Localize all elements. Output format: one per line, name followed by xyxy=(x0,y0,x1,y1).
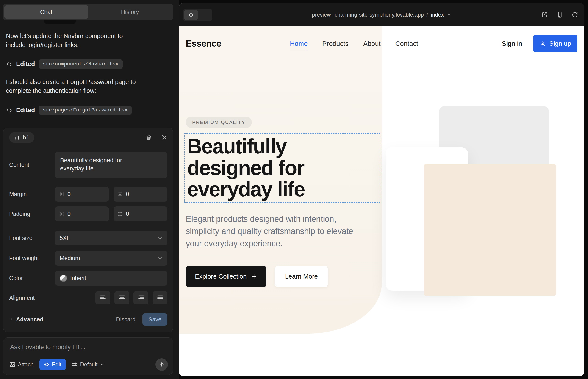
nav-link-contact[interactable]: Contact xyxy=(395,40,418,47)
chat-message: Now let's update the Navbar component to… xyxy=(6,32,144,49)
margin-x-input[interactable]: 0 xyxy=(55,187,109,202)
preview-topbar: preview--charming-site-symphony.lovable.… xyxy=(179,3,584,26)
url-separator: / xyxy=(427,12,428,18)
preview-topbar-actions xyxy=(541,3,578,26)
padding-y-value: 0 xyxy=(126,211,129,217)
chevron-down-icon xyxy=(447,12,451,17)
padding-x-value: 0 xyxy=(67,211,71,217)
edited-label: Edited xyxy=(16,107,35,114)
padding-y-input[interactable]: 0 xyxy=(113,206,167,221)
padding-x-input[interactable]: 0 xyxy=(55,206,109,221)
sign-in-link[interactable]: Sign in xyxy=(502,40,522,47)
url-host: preview--charming-site-symphony.lovable.… xyxy=(312,12,424,18)
sidebar-tabs: Chat History xyxy=(3,4,173,20)
site-preview: Essence Home Products About Contact Sign… xyxy=(179,26,584,376)
mobile-view-button[interactable] xyxy=(556,11,563,18)
discard-button[interactable]: Discard xyxy=(116,316,136,323)
explore-collection-button[interactable]: Explore Collection xyxy=(186,266,266,287)
model-label: Default xyxy=(80,361,97,368)
element-tag-chip: h1 xyxy=(9,132,34,143)
advanced-label: Advanced xyxy=(16,316,43,323)
nav-link-about[interactable]: About xyxy=(363,40,381,47)
code-icon xyxy=(6,107,12,113)
hero-heading[interactable]: Beautifully designed for everyday life xyxy=(187,136,334,200)
decorative-card-cream xyxy=(424,164,556,296)
edited-file-row: Edited src/pages/ForgotPassword.tsx xyxy=(6,106,132,115)
open-external-button[interactable] xyxy=(541,11,548,18)
learn-more-button[interactable]: Learn More xyxy=(275,266,328,287)
font-size-select[interactable]: 5XL xyxy=(55,231,167,245)
site-nav-links: Home Products About Contact xyxy=(290,26,418,61)
arrow-right-icon xyxy=(251,273,257,280)
edited-file-badge[interactable]: src/components/Navbar.tsx xyxy=(39,59,123,69)
image-icon xyxy=(9,361,15,368)
editor-header: h1 xyxy=(9,131,167,143)
chevron-down-icon xyxy=(100,362,104,367)
advanced-toggle[interactable]: Advanced xyxy=(9,316,43,323)
delete-element-button[interactable] xyxy=(145,134,152,141)
sign-up-button[interactable]: Sign up xyxy=(533,35,577,52)
edited-file-badge[interactable]: src/pages/ForgotPassword.tsx xyxy=(39,106,132,115)
margin-y-input[interactable]: 0 xyxy=(113,187,167,202)
url-bar[interactable]: preview--charming-site-symphony.lovable.… xyxy=(312,3,451,26)
chevron-down-icon xyxy=(157,255,163,261)
chevron-right-icon xyxy=(9,317,14,322)
align-justify-button[interactable] xyxy=(153,291,167,304)
font-weight-value: Medium xyxy=(60,255,80,262)
edit-mode-button[interactable]: Edit xyxy=(39,359,66,370)
field-label-content: Content xyxy=(9,161,55,168)
close-editor-button[interactable] xyxy=(161,134,167,141)
edited-file-row: Edited src/components/Navbar.tsx xyxy=(6,59,123,69)
app-root: Chat History Now let's update the Navbar… xyxy=(0,0,588,379)
nav-link-home[interactable]: Home xyxy=(290,40,308,50)
code-icon xyxy=(6,61,12,67)
vertical-spacing-icon xyxy=(118,192,123,197)
field-label-alignment: Alignment xyxy=(9,295,55,301)
attach-label: Attach xyxy=(18,361,33,368)
element-editor-panel: h1 Content Beautifully designed for ever… xyxy=(3,127,173,332)
vertical-padding-icon xyxy=(118,211,123,217)
align-left-button[interactable] xyxy=(95,291,110,304)
hero-paragraph[interactable]: Elegant products designed with intention… xyxy=(186,213,369,250)
refresh-button[interactable] xyxy=(572,11,578,18)
code-view-toggle[interactable] xyxy=(183,9,212,21)
hero-cta-group: Explore Collection Learn More xyxy=(186,266,328,287)
composer-toolbar: Attach Edit Default xyxy=(9,358,168,371)
field-label-color: Color xyxy=(9,275,55,282)
tab-chat[interactable]: Chat xyxy=(4,5,88,19)
url-page: index xyxy=(431,12,444,18)
composer-input[interactable]: Ask Lovable to modify H1... xyxy=(10,344,166,351)
margin-y-value: 0 xyxy=(126,191,129,198)
preview-window: preview--charming-site-symphony.lovable.… xyxy=(179,3,584,376)
nav-link-products[interactable]: Products xyxy=(322,40,348,47)
site-nav-right: Sign in Sign up xyxy=(502,35,577,52)
code-icon xyxy=(184,10,198,20)
content-textarea[interactable]: Beautifully designed for everyday life xyxy=(55,152,167,178)
site-navbar: Essence Home Products About Contact Sign… xyxy=(179,26,584,61)
save-button[interactable]: Save xyxy=(142,313,167,326)
chat-sidebar: Chat History Now let's update the Navbar… xyxy=(0,0,179,379)
tab-history[interactable]: History xyxy=(88,5,172,19)
font-size-value: 5XL xyxy=(60,235,70,241)
chat-message: I should also create a Forgot Password p… xyxy=(6,78,144,95)
element-tag-label: h1 xyxy=(23,134,29,141)
person-icon xyxy=(540,40,546,47)
font-weight-select[interactable]: Medium xyxy=(55,251,167,266)
edited-label: Edited xyxy=(16,61,35,68)
explore-collection-label: Explore Collection xyxy=(195,273,247,280)
editor-footer: Advanced Discard Save xyxy=(9,311,167,327)
send-button[interactable] xyxy=(155,358,168,371)
model-selector[interactable]: Default xyxy=(72,361,104,368)
chevron-down-icon xyxy=(157,235,163,241)
sliders-icon xyxy=(72,362,78,367)
site-logo[interactable]: Essence xyxy=(186,39,221,49)
align-center-button[interactable] xyxy=(114,291,129,304)
color-select[interactable]: Inherit xyxy=(55,271,167,286)
content-value: Beautifully designed for everyday life xyxy=(60,156,140,173)
attach-button[interactable]: Attach xyxy=(9,361,33,368)
align-right-button[interactable] xyxy=(134,291,148,304)
field-label-font-size: Font size xyxy=(9,235,55,241)
margin-x-value: 0 xyxy=(67,191,71,198)
sign-up-label: Sign up xyxy=(549,40,571,47)
edit-mode-label: Edit xyxy=(52,361,61,368)
